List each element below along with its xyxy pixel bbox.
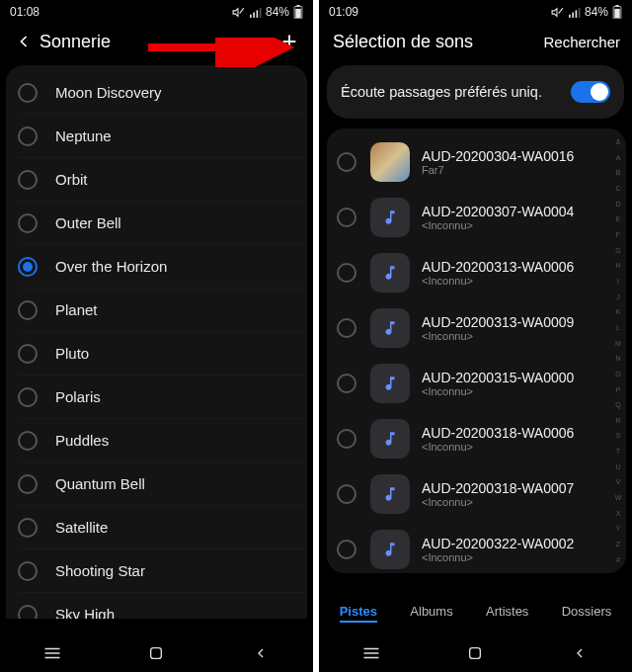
index-letter[interactable]: Z (612, 541, 624, 547)
radio-button[interactable] (18, 170, 38, 190)
track-list[interactable]: AUD-20200304-WA0016 Far7 AUD-20200307-WA… (327, 128, 626, 573)
radio-button[interactable] (18, 83, 38, 103)
index-letter[interactable]: B (612, 169, 624, 176)
index-letter[interactable]: # (612, 556, 624, 563)
index-letter[interactable]: V (612, 478, 624, 485)
track-item[interactable]: AUD-20200313-WA0006 <Inconnu> (327, 245, 626, 300)
ringtone-item[interactable]: Puddles (18, 419, 307, 462)
index-letter[interactable]: C (612, 185, 624, 192)
signal-icon (568, 6, 581, 19)
radio-button[interactable] (18, 257, 38, 277)
index-letter[interactable]: W (612, 494, 624, 501)
radio-button[interactable] (18, 213, 38, 233)
toggle-switch[interactable] (571, 81, 610, 103)
track-item[interactable]: AUD-20200322-WA0002 <Inconnu> (327, 522, 626, 573)
ringtone-item[interactable]: Polaris (18, 376, 307, 419)
ringtone-item[interactable]: Orbit (18, 158, 307, 202)
radio-button[interactable] (337, 374, 356, 393)
radio-button[interactable] (337, 152, 356, 172)
music-note-icon (381, 319, 399, 337)
index-letter[interactable]: E (612, 215, 624, 222)
index-letter[interactable]: N (612, 355, 624, 362)
index-letter[interactable]: U (612, 463, 624, 470)
index-letter[interactable]: I (612, 278, 624, 285)
track-item[interactable]: AUD-20200313-WA0009 <Inconnu> (327, 300, 626, 356)
tab-artistes[interactable]: Artistes (486, 604, 528, 623)
music-note-icon (381, 430, 399, 448)
index-letter[interactable]: T (612, 448, 624, 455)
track-item[interactable]: AUD-20200307-WA0004 <Inconnu> (327, 190, 626, 245)
track-meta: AUD-20200315-WA0000 <Inconnu> (422, 370, 574, 397)
battery-pct: 84% (266, 5, 289, 19)
ringtone-item[interactable]: Planet (18, 289, 307, 332)
recents-button[interactable] (352, 641, 391, 665)
radio-button[interactable] (337, 318, 356, 338)
index-letter[interactable]: L (612, 324, 624, 331)
index-letter[interactable]: A (612, 154, 624, 161)
ringtone-item[interactable]: Neptune (18, 115, 307, 158)
radio-button[interactable] (337, 208, 356, 227)
index-letter[interactable]: X (612, 510, 624, 517)
track-item[interactable]: AUD-20200318-WA0007 <Inconnu> (327, 466, 626, 522)
track-item[interactable]: AUD-20200318-WA0006 <Inconnu> (327, 411, 626, 466)
track-name: AUD-20200304-WA0016 (422, 148, 574, 164)
svg-rect-7 (295, 9, 300, 18)
index-letter[interactable]: S (612, 432, 624, 439)
index-letter[interactable]: Y (612, 525, 624, 532)
radio-button[interactable] (18, 518, 38, 538)
recents-button[interactable] (33, 641, 72, 665)
track-item[interactable]: AUD-20200315-WA0000 <Inconnu> (327, 356, 626, 411)
index-letter[interactable]: O (612, 371, 624, 378)
index-letter[interactable]: R (612, 417, 624, 424)
radio-button[interactable] (18, 300, 38, 320)
nav-back-button[interactable] (560, 641, 599, 665)
index-letter[interactable]: P (612, 386, 624, 393)
radio-button[interactable] (18, 344, 38, 364)
tab-pistes[interactable]: Pistes (340, 604, 377, 623)
radio-button[interactable] (337, 429, 356, 449)
ringtone-item[interactable]: Moon Discovery (18, 71, 307, 115)
ringtone-item[interactable]: Over the Horizon (18, 245, 307, 289)
home-button[interactable] (136, 641, 176, 665)
radio-button[interactable] (18, 126, 38, 146)
nav-back-button[interactable] (241, 641, 280, 665)
index-letter[interactable]: M (612, 340, 624, 347)
index-letter[interactable]: Q (612, 401, 624, 408)
radio-button[interactable] (337, 484, 356, 504)
radio-button[interactable] (337, 540, 356, 559)
bottom-tabs: PistesAlbumsArtistesDossiers (319, 594, 632, 632)
track-name: AUD-20200322-WA0002 (422, 536, 574, 551)
radio-button[interactable] (18, 474, 38, 494)
track-item[interactable]: AUD-20200304-WA0016 Far7 (327, 134, 626, 190)
ringtone-label: Neptune (55, 127, 112, 144)
radio-button[interactable] (337, 263, 356, 283)
radio-button[interactable] (18, 605, 38, 620)
tab-dossiers[interactable]: Dossiers (562, 604, 612, 623)
ringtone-item[interactable]: Outer Bell (18, 202, 307, 245)
radio-button[interactable] (18, 561, 38, 581)
index-letter[interactable]: K (612, 308, 624, 315)
ringtone-item[interactable]: Sky High (18, 593, 307, 619)
index-letter[interactable]: H (612, 262, 624, 269)
radio-button[interactable] (18, 387, 38, 407)
ringtone-item[interactable]: Satellite (18, 506, 307, 549)
index-letter[interactable]: J (612, 294, 624, 300)
add-button[interactable] (274, 26, 305, 57)
tab-albums[interactable]: Albums (410, 604, 452, 623)
highlights-toggle-row[interactable]: Écoute passages préférés uniq. (327, 65, 624, 119)
svg-line-16 (559, 8, 563, 13)
index-letter[interactable]: G (612, 247, 624, 254)
index-scroller[interactable]: &ABCDEFGHIJKLMNOPQRSTUVWXYZ# (612, 134, 624, 567)
index-letter[interactable]: F (612, 231, 624, 238)
ringtone-list[interactable]: Moon Discovery Neptune Orbit Outer Bell … (6, 65, 307, 619)
radio-button[interactable] (18, 431, 38, 451)
index-letter[interactable]: & (612, 138, 624, 145)
home-button[interactable] (455, 641, 495, 665)
ringtone-item[interactable]: Quantum Bell (18, 462, 307, 506)
ringtone-item[interactable]: Pluto (18, 332, 307, 376)
index-letter[interactable]: D (612, 201, 624, 208)
plus-icon (278, 31, 300, 52)
ringtone-item[interactable]: Shooting Star (18, 549, 307, 593)
back-button[interactable] (8, 26, 40, 57)
search-button[interactable]: Rechercher (543, 34, 624, 50)
